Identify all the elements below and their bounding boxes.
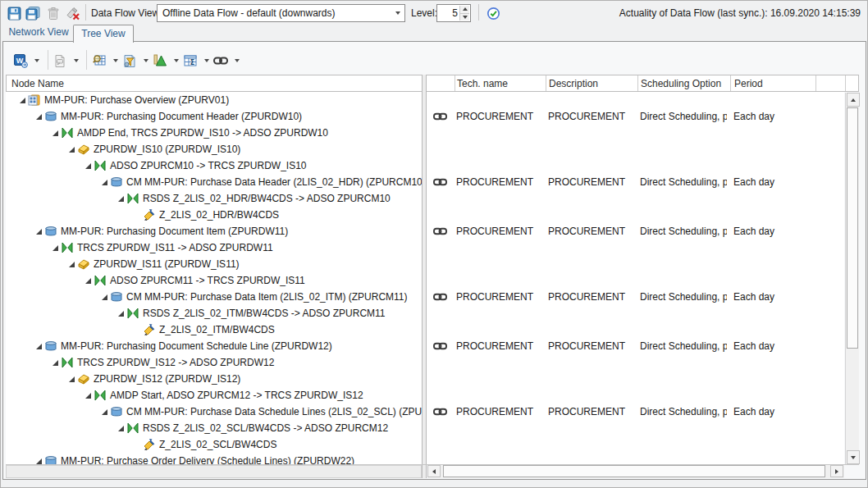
scroll-up-button[interactable] <box>847 93 860 107</box>
discard-button[interactable] <box>65 5 81 21</box>
expand-arrow-icon[interactable] <box>85 392 94 399</box>
tree-row[interactable]: ZPURDW_IS10 (ZPURDW_IS10) <box>6 141 422 157</box>
column-header-scheduling-option[interactable]: Scheduling Option <box>641 78 721 89</box>
table-row-details: PROCUREMENT PROCUREMENT Direct Schedulin… <box>427 289 844 305</box>
expand-arrow-icon[interactable] <box>35 343 44 350</box>
expand-arrow-icon[interactable] <box>35 458 44 465</box>
tree-row[interactable]: ZPURDW_IS12 (ZPURDW_IS12) <box>6 371 422 387</box>
scroll-left-button[interactable] <box>427 465 441 477</box>
tree-row[interactable]: TRCS ZPURDW_IS11 -> ADSO ZPURDW11 <box>6 239 422 256</box>
documentation-button[interactable] <box>52 52 68 69</box>
sync-status-button[interactable] <box>485 5 501 21</box>
details-horizontal-scrollbar[interactable] <box>427 465 844 478</box>
tree-row[interactable]: MM-PUR: Purchasing Document Item (ZPURDW… <box>6 223 422 239</box>
node-icon <box>143 208 157 221</box>
column-header-tech-name[interactable]: Tech. name <box>457 78 508 89</box>
tree-row[interactable]: RSDS Z_2LIS_02_HDR/BW4CDS -> ADSO ZPURCM… <box>6 190 422 207</box>
link-columns-button[interactable] <box>212 52 229 69</box>
node-label: MM-PUR: Purchasing Document Header (ZPUR… <box>61 111 302 122</box>
tree-row[interactable]: MM-PUR: Purchasing Document Header (ZPUR… <box>6 108 422 125</box>
expand-arrow-icon[interactable] <box>68 261 77 268</box>
expand-arrow-icon[interactable] <box>85 277 94 285</box>
expand-arrow-icon[interactable] <box>117 310 126 317</box>
documentation-menu-button[interactable] <box>71 52 81 69</box>
vertical-scrollbar[interactable] <box>845 93 859 464</box>
aggregation-menu-button[interactable] <box>201 52 212 69</box>
tree-row[interactable]: Z_2LIS_02_SCL/BW4CDS <box>6 436 422 453</box>
search-table-button[interactable] <box>91 52 107 69</box>
column-header-period[interactable]: Period <box>734 78 763 89</box>
scheduling-option-cell: Direct Scheduling, pe... <box>640 291 727 303</box>
filter-menu-button[interactable] <box>140 52 151 69</box>
tree-row[interactable]: AMDP End, TRCS ZPURDW_IS10 -> ADSO ZPURD… <box>6 125 422 141</box>
tree-row[interactable]: MM-PUR: Purchasing Document Schedule Lin… <box>6 338 422 354</box>
link-columns-menu-button[interactable] <box>231 52 242 69</box>
expand-arrow-icon[interactable] <box>101 408 110 416</box>
scroll-down-button[interactable] <box>847 450 860 464</box>
expand-arrow-icon[interactable] <box>35 113 44 121</box>
save-all-button[interactable] <box>25 5 41 21</box>
expand-arrow-icon[interactable] <box>68 146 77 153</box>
expand-arrow-icon[interactable] <box>101 294 110 301</box>
tree-row[interactable]: MM-PUR: Purchase Overview (ZPURV01) <box>6 92 422 108</box>
data-flow-select[interactable]: Offline Data Flow - default (downwards) <box>157 4 405 22</box>
tree-row[interactable]: AMDP Start, ADSO ZPURCM12 -> TRCS ZPURDW… <box>6 387 422 404</box>
word-export-menu-button[interactable] <box>31 52 42 69</box>
pane-divider[interactable] <box>422 75 427 478</box>
expand-arrow-icon[interactable] <box>117 195 126 203</box>
tech-name-cell: PROCUREMENT <box>456 226 542 237</box>
level-spinner[interactable]: 5 <box>436 4 471 22</box>
expand-arrow-icon[interactable] <box>52 244 61 252</box>
tree-row[interactable]: ADSO ZPURCM11 -> TRCS ZPURDW_IS11 <box>6 272 422 289</box>
tree-row[interactable]: Z_2LIS_02_HDR/BW4CDS <box>6 207 422 223</box>
spin-up-icon[interactable] <box>459 6 469 13</box>
tree-row[interactable]: RSDS Z_2LIS_02_SCL/BW4CDS -> ADSO ZPURCM… <box>6 420 422 436</box>
tree-row[interactable]: CM MM-PUR: Purchase Data Header (2LIS_02… <box>6 174 422 190</box>
expand-arrow-icon[interactable] <box>52 359 61 367</box>
tree-row[interactable]: MM-PUR: Purchase Order Delivery (Schedul… <box>6 453 422 464</box>
delete-button[interactable] <box>45 5 62 21</box>
save-button[interactable] <box>6 5 22 21</box>
tree-row[interactable]: Z_2LIS_02_ITM/BW4CDS <box>6 322 422 338</box>
node-label: ZPURDW_IS10 (ZPURDW_IS10) <box>94 144 240 155</box>
tree-row[interactable]: CM MM-PUR: Purchase Data Item (2LIS_02_I… <box>6 289 422 305</box>
tab-tree-view[interactable]: Tree View <box>73 25 134 43</box>
column-divider[interactable] <box>455 75 455 91</box>
spin-down-icon[interactable] <box>459 13 469 21</box>
expand-arrow-icon[interactable] <box>68 376 77 383</box>
vertical-scroll-thumb[interactable] <box>847 107 858 349</box>
hierarchy-menu-button[interactable] <box>171 52 181 69</box>
column-divider[interactable] <box>730 75 731 91</box>
expand-arrow-icon[interactable] <box>35 228 44 235</box>
column-header-description[interactable]: Description <box>549 78 598 89</box>
scroll-right-button[interactable] <box>830 465 843 477</box>
filter-button[interactable] <box>121 52 138 69</box>
search-table-menu-button[interactable] <box>110 52 121 69</box>
expand-arrow-icon[interactable] <box>85 162 94 170</box>
node-label: CM MM-PUR: Purchase Data Header (2LIS_02… <box>126 176 422 188</box>
tree-row[interactable]: ZPURDW_IS11 (ZPURDW_IS11) <box>6 256 422 272</box>
column-divider[interactable] <box>637 75 638 91</box>
tree-row[interactable]: RSDS Z_2LIS_02_ITM/BW4CDS -> ADSO ZPURCM… <box>6 305 422 322</box>
tab-network-view[interactable]: Network View <box>6 26 71 38</box>
tree-row[interactable]: CM MM-PUR: Purchase Data Schedule Lines … <box>6 404 422 420</box>
tree-row[interactable]: TRCS ZPURDW_IS12 -> ADSO ZPURDW12 <box>6 354 422 371</box>
expand-arrow-icon[interactable] <box>52 130 61 137</box>
table-row-details: PROCUREMENT PROCUREMENT Direct Schedulin… <box>427 404 844 420</box>
tree-row[interactable]: ADSO ZPURCM10 -> TRCS ZPURDW_IS10 <box>6 157 422 174</box>
column-divider[interactable] <box>546 75 546 91</box>
word-export-button[interactable]: W <box>12 52 29 69</box>
horizontal-scroll-thumb[interactable] <box>443 465 825 477</box>
column-divider[interactable] <box>845 75 846 91</box>
tree-horizontal-scrollbar[interactable] <box>6 465 422 478</box>
expand-arrow-icon[interactable] <box>101 179 110 186</box>
expand-arrow-icon[interactable] <box>117 425 126 432</box>
top-toolbar: Data Flow View Offline Data Flow - defau… <box>1 1 868 24</box>
details-body: PROCUREMENT PROCUREMENT Direct Schedulin… <box>427 92 844 464</box>
indent <box>6 428 117 429</box>
aggregation-button[interactable]: Σ <box>182 52 199 69</box>
column-header-node-name[interactable]: Node Name <box>11 78 64 89</box>
column-divider[interactable] <box>815 75 816 91</box>
hierarchy-button[interactable] <box>152 52 168 69</box>
expand-arrow-icon[interactable] <box>19 97 28 104</box>
